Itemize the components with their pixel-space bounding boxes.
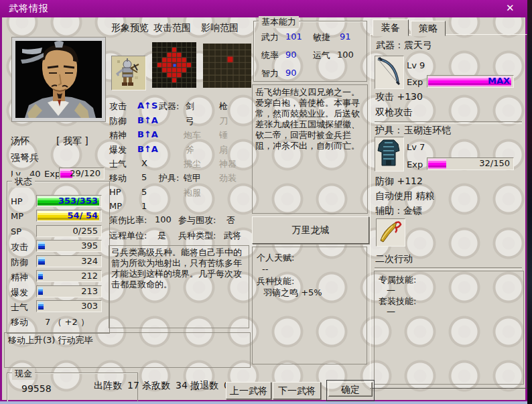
set-skill-value: — (387, 306, 395, 316)
tab-equipment[interactable]: 装备 (373, 19, 409, 36)
hp-bar: 353/353 (36, 195, 102, 207)
grade-attack-label: 攻击 (109, 100, 127, 113)
weapon-exp-text: MAX (488, 76, 510, 86)
unit-description-box: 弓兵类高级兵种。能将自己手中的箭为所欲为地射出，只有苦练多年才能达到这样的境界。… (109, 245, 249, 328)
sp-bar-text: 0/255 (73, 226, 98, 237)
grade-hp-value: 5 (141, 187, 147, 197)
general-name: 汤怀 (11, 135, 29, 147)
armor-level: Lv 7 (407, 142, 425, 152)
intellect-label: 智力 (261, 68, 279, 80)
attack-chip (38, 242, 45, 249)
next-general-button[interactable]: 下一武将 (273, 382, 321, 399)
general-portrait-image (15, 41, 102, 118)
exclusive-skill-label: 专属技能: (379, 274, 416, 286)
biography-box: 岳飞幼年结义四兄弟之一。爱穿白袍，善使枪。本事寻常，然而兢兢业业。后送钦差张九成… (252, 84, 368, 214)
hp-label: HP (11, 196, 23, 206)
talent-value: -- (262, 264, 268, 274)
grade-mp-value: 1 (141, 201, 147, 211)
hp-bar-text: 353/353 (58, 196, 98, 206)
prev-general-button[interactable]: 上一武将 (226, 382, 271, 399)
attack-box: 395 (36, 240, 102, 252)
armor-type-plate: 铠甲 (184, 172, 201, 184)
attack-value: 395 (81, 241, 98, 251)
weapon-type-artifact: 神器 (219, 158, 237, 170)
deploy-count-value: 17 (127, 380, 139, 391)
auto-use-item: 自动使用 精粮 (375, 190, 434, 202)
status-message-text: 移动上升(3) 行动完毕 (8, 334, 93, 346)
weapon-type-whisk: 拂尘 (184, 158, 201, 170)
portrait-frame (12, 38, 105, 121)
equipment-panel: 武器： 震天弓 Lv 9 Exp MAX 攻击 +130 双枪攻击 护具： 玉砌… (370, 34, 527, 389)
weapon-types-label: 武器: (159, 100, 179, 113)
set-skill-label: 套装技能: (379, 295, 416, 308)
second-action-label: 二次行动 (375, 253, 413, 265)
armor-name: 玉砌连环铠 (404, 125, 451, 137)
unit-description-text: 弓兵类高级兵种。能将自己手中的箭为所欲为地射出，只有苦练多年才能达到这样的境界。… (111, 247, 242, 289)
talent-box: 个人天赋: -- 兵种技能: 羽镝之鸣 +5% (252, 247, 367, 364)
aux-item-name: 金镖 (403, 205, 422, 217)
title-bar: 武将情报 ✕ (0, 0, 527, 17)
weapon-exp-label: Exp (407, 77, 423, 87)
kill-count-value: 34 (176, 380, 188, 391)
agility-value: 91 (340, 31, 351, 42)
confirm-button[interactable]: 确定 (328, 382, 373, 397)
weapon-type-bow: 弓 (186, 115, 194, 127)
tab-influence-range: 影响范围 (201, 22, 239, 34)
spirit-value: 212 (81, 271, 98, 281)
leadership-label: 统率 (261, 50, 279, 62)
divider (375, 121, 522, 124)
spirit-box: 212 (36, 270, 102, 282)
exclusive-skill-value: — (387, 285, 395, 295)
armor-exp-text: 32/150 (479, 158, 510, 169)
weapon-attack-bonus: 攻击 +130 (375, 91, 423, 103)
cash-label: 现金 (12, 368, 35, 380)
screen-bottom-edge (0, 401, 527, 404)
burst-chip (38, 287, 43, 295)
close-icon[interactable]: ✕ (506, 2, 515, 14)
morale-box: 303 (36, 300, 102, 312)
status-group-title: 状态 (12, 176, 35, 188)
weapon-type-axe: 斧 (186, 144, 194, 156)
attack-range-diagram (152, 42, 196, 88)
weapon-type-spear: 枪 (219, 100, 228, 113)
morale-chip (38, 302, 44, 310)
aux-slot-label: 辅助： (375, 205, 403, 217)
defense-chip (38, 257, 45, 265)
cash-value: 99558 (21, 383, 52, 394)
tab-appearance-preview: 形象预览 (111, 22, 149, 34)
status-message-box: 移动上升(3) 行动完毕 (4, 332, 251, 368)
grade-move-value: 5 (141, 172, 147, 182)
burst-label: 爆发 (11, 287, 28, 299)
biography-text: 岳飞幼年结义四兄弟之一。爱穿白袍，善使枪。本事寻常，然而兢兢业业。后送钦差张九成… (255, 87, 360, 151)
grade-morale-label: 士气 (109, 158, 127, 170)
armor-type-light: 劲装 (219, 172, 237, 184)
weapon-type-fan: 扇 (219, 144, 228, 156)
exp-bar-text: 29/120 (70, 168, 101, 179)
move-label: 移动 (11, 316, 28, 328)
screen: 武将情报 ✕ (0, 0, 532, 404)
armor-defense-bonus: 防御 +112 (375, 176, 423, 188)
grade-spirit-label: 精神 (109, 129, 127, 141)
armor-slot-label: 护具： (375, 125, 403, 137)
unit-sprite-frame (111, 56, 146, 90)
unit-type-label: 兵种类型: (178, 230, 216, 242)
grade-attack-value: A↑S (137, 100, 157, 111)
sp-bar: 0/255 (36, 225, 102, 237)
grade-spirit-value: B↑A (137, 129, 158, 139)
tab-strategy[interactable]: 策略 (411, 21, 446, 36)
influence-range-grid (203, 44, 251, 88)
mp-label: MP (11, 211, 23, 221)
tab-attack-range: 攻击范围 (153, 22, 191, 34)
class-skill-value: 羽镝之鸣 +5% (263, 287, 322, 299)
weapon-extra-effect: 双枪攻击 (375, 107, 413, 119)
burst-value: 213 (81, 286, 98, 297)
siege-label: 参与围攻: (178, 214, 216, 226)
ranged-label: 远程单位: (109, 230, 147, 242)
exp-label: Exp (44, 169, 60, 179)
city-button[interactable]: 万里龙城 (252, 216, 369, 244)
faction-label: [ 我军 ] (56, 135, 88, 147)
siege-value: 否 (226, 214, 235, 226)
luck-value: 100 (337, 50, 354, 60)
grade-morale-value: X (141, 158, 147, 168)
weapon-type-cannon: 炮车 (184, 129, 201, 141)
